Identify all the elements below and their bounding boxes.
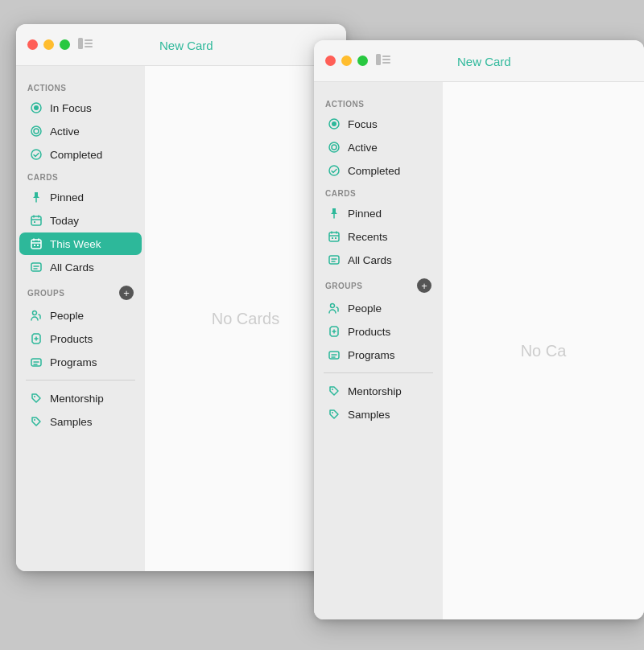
desktop: New Card ACTIONS In Focus <box>0 0 644 650</box>
active-label-2: Active <box>348 142 378 154</box>
pinned-label-2: Pinned <box>348 208 382 220</box>
close-button-1[interactable] <box>27 39 38 50</box>
sidebar-item-active[interactable]: Active <box>19 120 142 142</box>
active-icon-2 <box>327 140 341 154</box>
products-icon-2 <box>327 324 341 339</box>
svg-rect-10 <box>34 221 35 223</box>
sidebar-item-samples-2[interactable]: Samples <box>317 403 440 426</box>
actions-label-2: ACTIONS <box>314 93 443 112</box>
window-body-2: ACTIONS Focus <box>314 82 644 619</box>
recents-icon-2 <box>327 229 341 244</box>
sidebar-item-samples-1[interactable]: Samples <box>19 410 142 433</box>
sidebar-item-products-2[interactable]: Products <box>317 320 440 343</box>
svg-rect-28 <box>329 232 339 241</box>
sidebar-item-mentorship-2[interactable]: Mentorship <box>317 380 440 402</box>
sidebar-item-completed[interactable]: Completed <box>19 143 142 166</box>
svg-point-7 <box>34 129 39 134</box>
svg-point-24 <box>332 121 336 126</box>
mentorship-label-2: Mentorship <box>348 385 402 397</box>
svg-rect-0 <box>78 38 83 49</box>
sidebar-item-pinned-2[interactable]: Pinned <box>317 202 440 224</box>
sidebar-item-all-cards-2[interactable]: All Cards <box>317 249 440 271</box>
sidebar-item-mentorship-1[interactable]: Mentorship <box>19 387 142 409</box>
svg-point-32 <box>331 304 335 308</box>
focus-icon <box>29 101 43 115</box>
groups-header-2: GROUPS + <box>314 272 443 296</box>
sidebar-item-today[interactable]: Today <box>19 209 142 232</box>
sidebar-item-all-cards[interactable]: All Cards <box>19 256 142 278</box>
add-group-button-2[interactable]: + <box>417 278 431 293</box>
groups-header-1: GROUPS + <box>16 279 145 303</box>
sidebar-item-people-2[interactable]: People <box>317 297 440 319</box>
svg-rect-20 <box>382 56 390 57</box>
svg-rect-3 <box>85 46 93 47</box>
sidebar-item-focus-2[interactable]: Focus <box>317 113 440 135</box>
completed-label: Completed <box>50 149 102 161</box>
svg-rect-29 <box>332 237 333 239</box>
sidebar-item-active-2[interactable]: Active <box>317 136 440 158</box>
pinned-icon-2 <box>327 206 341 220</box>
focus-label-2: Focus <box>348 118 378 130</box>
in-focus-label: In Focus <box>50 102 92 114</box>
window-body-1: ACTIONS In Focus <box>16 66 346 571</box>
sidebar-2: ACTIONS Focus <box>314 82 443 619</box>
cards-label-2: CARDS <box>314 183 443 201</box>
add-group-button-1[interactable]: + <box>119 286 134 300</box>
today-label: Today <box>50 215 79 227</box>
svg-point-8 <box>31 150 41 159</box>
svg-point-6 <box>31 126 41 136</box>
people-icon-1 <box>29 308 43 323</box>
svg-rect-1 <box>85 39 93 41</box>
svg-rect-30 <box>335 237 336 239</box>
svg-rect-14 <box>31 263 41 271</box>
people-icon-2 <box>327 301 341 315</box>
mentorship-label-1: Mentorship <box>50 393 104 405</box>
svg-rect-11 <box>31 240 41 249</box>
today-icon <box>29 213 43 228</box>
samples-label-1: Samples <box>50 416 93 428</box>
sidebar-item-pinned[interactable]: Pinned <box>19 186 142 208</box>
pinned-icon <box>29 190 43 204</box>
svg-point-34 <box>332 389 333 390</box>
sidebar-item-completed-2[interactable]: Completed <box>317 159 440 182</box>
sidebar-item-products-1[interactable]: Products <box>19 327 142 350</box>
new-card-button-2[interactable]: New Card <box>457 54 511 68</box>
sidebar-toggle-1[interactable] <box>78 38 93 52</box>
traffic-lights-2 <box>314 56 368 66</box>
sidebar-item-programs-1[interactable]: Programs <box>19 351 142 373</box>
svg-point-25 <box>329 142 339 152</box>
close-button-2[interactable] <box>325 56 336 66</box>
all-cards-icon <box>29 260 43 274</box>
svg-rect-19 <box>376 54 381 65</box>
pinned-label: Pinned <box>50 191 84 204</box>
all-cards-label: All Cards <box>50 261 94 274</box>
svg-rect-13 <box>37 245 39 246</box>
sidebar-item-in-focus[interactable]: In Focus <box>19 97 142 119</box>
actions-label-1: ACTIONS <box>16 77 145 96</box>
sidebar-item-recents-2[interactable]: Recents <box>317 225 440 248</box>
people-label-1: People <box>50 310 84 322</box>
sidebar-item-this-week[interactable]: This Week <box>19 232 142 255</box>
active-icon <box>29 124 43 138</box>
svg-point-35 <box>332 412 333 413</box>
minimize-button-1[interactable] <box>43 39 54 50</box>
people-label-2: People <box>348 302 382 315</box>
maximize-button-2[interactable] <box>357 56 368 66</box>
sidebar-item-programs-2[interactable]: Programs <box>317 344 440 366</box>
sidebar-1: ACTIONS In Focus <box>16 66 145 571</box>
samples-label-2: Samples <box>348 409 390 421</box>
programs-label-2: Programs <box>348 349 395 361</box>
new-card-button-1[interactable]: New Card <box>159 38 213 51</box>
tag-icon-mentorship-1 <box>29 391 43 405</box>
maximize-button-1[interactable] <box>60 39 70 50</box>
no-cards-text-1: No Cards <box>212 310 279 328</box>
svg-point-17 <box>34 396 35 397</box>
svg-point-26 <box>332 145 336 150</box>
svg-rect-12 <box>34 245 35 246</box>
svg-rect-21 <box>382 59 390 60</box>
minimize-button-2[interactable] <box>341 56 352 66</box>
programs-icon-1 <box>29 355 43 369</box>
tag-icon-samples-2 <box>327 407 341 422</box>
sidebar-item-people-1[interactable]: People <box>19 304 142 327</box>
sidebar-toggle-2[interactable] <box>376 54 390 68</box>
